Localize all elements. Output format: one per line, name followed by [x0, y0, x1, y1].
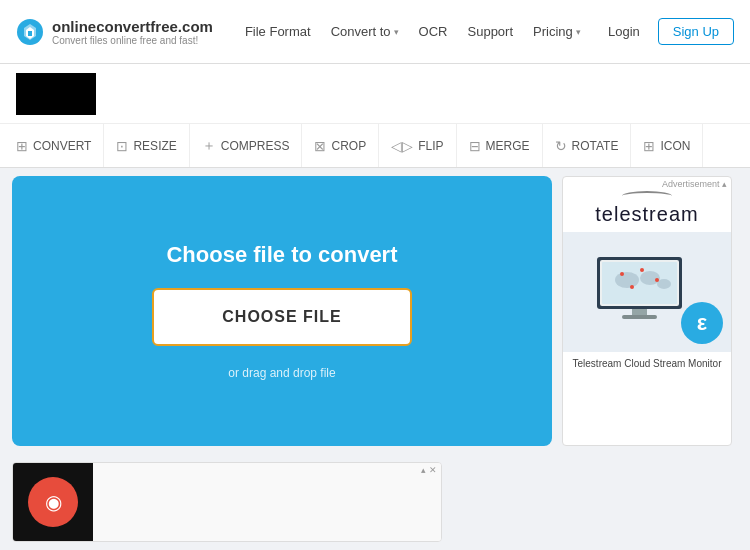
tool-compress[interactable]: ＋ COMPRESS	[190, 124, 303, 167]
main-content: Choose file to convert CHOOSE FILE or dr…	[0, 168, 750, 454]
choose-file-button[interactable]: CHOOSE FILE	[152, 288, 412, 346]
bottom-ad-dark-section: ◉	[13, 463, 93, 541]
compress-icon: ＋	[202, 137, 216, 155]
merge-icon: ⊟	[469, 138, 481, 154]
convert-box: Choose file to convert CHOOSE FILE or dr…	[12, 176, 552, 446]
logo-text-block: onlineconvertfree.com Convert files onli…	[52, 18, 213, 46]
bottom-ad-label: ▴ ✕	[421, 465, 437, 475]
telestream-badge-icon: ε	[681, 302, 723, 344]
bottom-area: ▴ ✕ ◉	[0, 454, 750, 542]
bottom-ad-icon-glyph: ◉	[45, 490, 62, 514]
chevron-down-icon-pricing: ▾	[576, 27, 581, 37]
nav-item-pricing[interactable]: Pricing ▾	[525, 20, 589, 43]
telestream-image-area[interactable]: ε	[563, 232, 731, 352]
svg-point-9	[640, 268, 644, 272]
svg-point-7	[657, 279, 671, 289]
header-actions: Login Sign Up	[600, 18, 734, 45]
rotate-icon: ↻	[555, 138, 567, 154]
telestream-arc-decoration	[622, 191, 672, 201]
svg-point-5	[615, 272, 639, 288]
tool-rotate[interactable]: ↻ ROTATE	[543, 124, 632, 167]
signup-button[interactable]: Sign Up	[658, 18, 734, 45]
chevron-down-icon: ▾	[394, 27, 399, 37]
tool-crop[interactable]: ⊠ CROP	[302, 124, 379, 167]
nav-item-convert-to[interactable]: Convert to ▾	[323, 20, 407, 43]
main-nav: File Format Convert to ▾ OCR Support Pri…	[237, 20, 600, 43]
crop-icon: ⊠	[314, 138, 326, 154]
svg-point-8	[620, 272, 624, 276]
svg-point-10	[655, 278, 659, 282]
logo-area[interactable]: onlineconvertfree.com Convert files onli…	[16, 18, 213, 46]
header: onlineconvertfree.com Convert files onli…	[0, 0, 750, 64]
drag-drop-hint: or drag and drop file	[228, 366, 335, 380]
bottom-ad-circle-icon: ◉	[28, 477, 78, 527]
resize-icon: ⊡	[116, 138, 128, 154]
logo-tagline: Convert files online free and fast!	[52, 35, 213, 46]
svg-point-11	[630, 285, 634, 289]
convert-title: Choose file to convert	[166, 242, 397, 268]
tool-merge[interactable]: ⊟ MERGE	[457, 124, 543, 167]
sidebar-ad: Advertisement ▴ telestream	[562, 176, 732, 446]
bottom-ad-content	[93, 463, 441, 541]
telestream-brand-name: telestream	[595, 203, 698, 226]
ad-black-box	[16, 73, 96, 115]
logo-icon	[16, 18, 44, 46]
top-ad-banner	[0, 64, 750, 124]
logo-name: onlineconvertfree.com	[52, 18, 213, 35]
tool-icon[interactable]: ⊞ ICON	[631, 124, 703, 167]
nav-item-ocr[interactable]: OCR	[411, 20, 456, 43]
flip-icon: ◁▷	[391, 138, 413, 154]
telestream-caption: Telestream Cloud Stream Monitor	[563, 352, 731, 375]
login-button[interactable]: Login	[600, 20, 648, 43]
icon-tool-icon: ⊞	[643, 138, 655, 154]
svg-rect-13	[622, 315, 657, 319]
ad-label: Advertisement ▴	[662, 179, 727, 189]
bottom-ad-banner: ▴ ✕ ◉	[12, 462, 442, 542]
nav-item-support[interactable]: Support	[460, 20, 522, 43]
tool-nav: ⊞ CONVERT ⊡ RESIZE ＋ COMPRESS ⊠ CROP ◁▷ …	[0, 124, 750, 168]
svg-rect-1	[28, 31, 32, 36]
tool-resize[interactable]: ⊡ RESIZE	[104, 124, 189, 167]
nav-item-file-format[interactable]: File Format	[237, 20, 319, 43]
tool-flip[interactable]: ◁▷ FLIP	[379, 124, 456, 167]
convert-icon: ⊞	[16, 138, 28, 154]
svg-rect-12	[632, 309, 647, 315]
tool-convert[interactable]: ⊞ CONVERT	[4, 124, 104, 167]
